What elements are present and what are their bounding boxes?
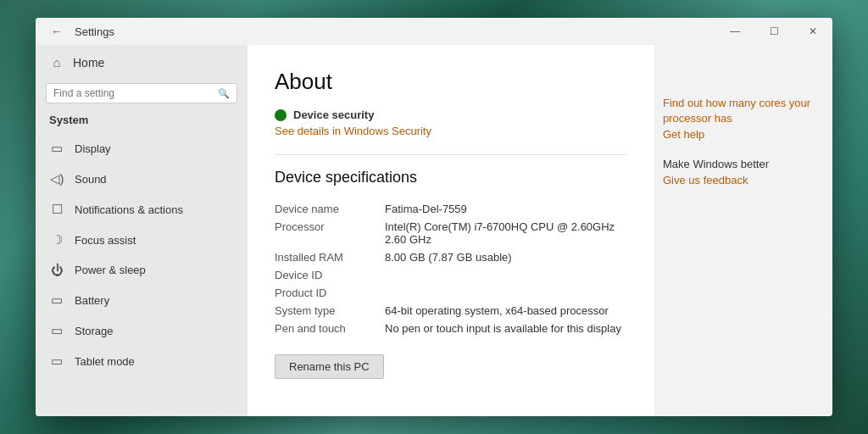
storage-icon: ▭	[49, 323, 64, 338]
right-links-panel: Find out how many cores your processor h…	[654, 45, 832, 416]
sidebar: ⌂ Home 🔍 System ▭ Display ◁) Sound ☐ Not…	[36, 45, 248, 416]
back-button[interactable]: ←	[46, 23, 68, 40]
table-row: Product ID	[275, 284, 627, 302]
home-icon: ⌂	[49, 55, 64, 70]
see-details-link[interactable]: See details in Windows Security	[275, 125, 627, 137]
spec-label: Pen and touch	[275, 320, 385, 337]
spec-value	[385, 284, 627, 302]
sidebar-item-notifications[interactable]: ☐ Notifications & actions	[36, 194, 248, 225]
table-row: Pen and touchNo pen or touch input is av…	[275, 320, 627, 337]
device-security-label: Device security	[293, 108, 374, 121]
spec-value: Fatima-Del-7559	[385, 200, 627, 218]
right-panel: About Device security See details in Win…	[248, 45, 654, 416]
minimize-button[interactable]: —	[715, 18, 754, 45]
spec-label: Product ID	[275, 284, 385, 302]
spec-value: Intel(R) Core(TM) i7-6700HQ CPU @ 2.60GH…	[385, 218, 627, 248]
close-button[interactable]: ✕	[793, 18, 832, 45]
search-input[interactable]	[53, 87, 213, 99]
table-row: System type64-bit operating system, x64-…	[275, 302, 627, 320]
spec-label: Installed RAM	[275, 248, 385, 266]
sidebar-item-tablet[interactable]: ▭ Tablet mode	[36, 346, 248, 376]
specs-table: Device nameFatima-Del-7559ProcessorIntel…	[275, 200, 627, 337]
rename-pc-button[interactable]: Rename this PC	[275, 354, 384, 379]
battery-icon: ▭	[49, 292, 64, 308]
sidebar-label-battery: Battery	[75, 294, 109, 307]
table-row: Installed RAM8.00 GB (7.87 GB usable)	[275, 248, 627, 266]
sidebar-label-sound: Sound	[75, 173, 107, 186]
sidebar-label-focus: Focus assist	[75, 234, 136, 247]
spec-label: Device ID	[275, 266, 385, 284]
find-cores-link[interactable]: Find out how many cores your processor h…	[663, 96, 815, 126]
title-bar: ← Settings — ☐ ✕	[36, 18, 832, 45]
spec-value: 64-bit operating system, x64-based proce…	[385, 302, 627, 320]
focus-icon: ☽	[49, 232, 64, 248]
spec-label: System type	[275, 302, 385, 320]
title-bar-left: ← Settings	[46, 23, 114, 40]
sidebar-item-focus[interactable]: ☽ Focus assist	[36, 225, 248, 255]
table-row: ProcessorIntel(R) Core(TM) i7-6700HQ CPU…	[275, 218, 627, 248]
spec-value: No pen or touch input is available for t…	[385, 320, 627, 337]
sidebar-label-storage: Storage	[75, 325, 114, 337]
get-help-link[interactable]: Get help	[663, 128, 815, 141]
spec-value: 8.00 GB (7.87 GB usable)	[385, 248, 627, 266]
spec-label: Processor	[275, 218, 385, 248]
system-section-title: System	[36, 110, 248, 133]
sidebar-item-battery[interactable]: ▭ Battery	[36, 285, 248, 315]
device-security-row: Device security	[275, 108, 627, 121]
window-controls: — ☐ ✕	[715, 18, 832, 45]
sidebar-item-sound[interactable]: ◁) Sound	[36, 164, 248, 194]
sidebar-item-display[interactable]: ▭ Display	[36, 133, 248, 164]
table-row: Device nameFatima-Del-7559	[275, 200, 627, 218]
sidebar-item-storage[interactable]: ▭ Storage	[36, 315, 248, 346]
window-title: Settings	[75, 25, 114, 38]
security-status-dot	[275, 109, 287, 121]
give-feedback-link[interactable]: Give us feedback	[663, 174, 815, 186]
make-windows-better-heading: Make Windows better	[663, 158, 815, 170]
sidebar-item-power[interactable]: ⏻ Power & sleep	[36, 255, 248, 285]
sidebar-label-tablet: Tablet mode	[75, 355, 135, 368]
search-icon: 🔍	[218, 88, 230, 99]
sidebar-search-box[interactable]: 🔍	[46, 83, 237, 103]
sidebar-home[interactable]: ⌂ Home	[36, 45, 248, 80]
maximize-button[interactable]: ☐	[754, 18, 793, 45]
device-specs-title: Device specifications	[275, 169, 627, 186]
divider	[275, 154, 627, 155]
tablet-icon: ▭	[49, 353, 64, 369]
sidebar-label-notifications: Notifications & actions	[75, 203, 183, 216]
sidebar-label-power: Power & sleep	[75, 264, 146, 276]
home-label: Home	[73, 56, 104, 70]
sound-icon: ◁)	[49, 171, 64, 186]
notifications-icon: ☐	[49, 202, 64, 217]
settings-window: ← Settings — ☐ ✕ ⌂ Home 🔍 System ▭ Displ…	[36, 18, 832, 416]
spec-label: Device name	[275, 200, 385, 218]
page-title: About	[275, 69, 627, 95]
sidebar-label-display: Display	[75, 142, 111, 155]
power-icon: ⏻	[49, 263, 64, 277]
main-content: ⌂ Home 🔍 System ▭ Display ◁) Sound ☐ Not…	[36, 45, 832, 416]
display-icon: ▭	[49, 141, 64, 156]
table-row: Device ID	[275, 266, 627, 284]
spec-value	[385, 266, 627, 284]
